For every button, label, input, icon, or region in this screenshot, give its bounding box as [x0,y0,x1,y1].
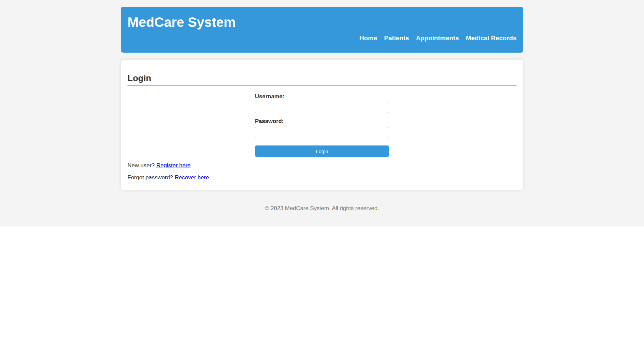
forgot-password-row: Forgot password?Recover here [127,174,517,181]
password-input[interactable] [255,127,389,138]
recover-link[interactable]: Recover here [175,174,209,181]
nav-item-appointments[interactable]: Appointments [416,35,459,42]
login-form: Username: Password: Login [255,93,389,157]
page-background: MedCare System Home Patients Appointment… [0,0,644,227]
forgot-password-prompt: Forgot password? [127,174,173,181]
register-row: New user?Register here [127,162,517,169]
nav-item-home[interactable]: Home [360,35,377,42]
nav-item-patients[interactable]: Patients [384,35,409,42]
login-heading: Login [127,73,517,86]
register-link[interactable]: Register here [156,162,191,169]
register-prompt: New user? [127,162,155,169]
page-footer: © 2023 MedCare System. All rights reserv… [121,190,523,223]
login-card: Login Username: Password: Login New user… [121,60,523,190]
nav-item-medical-records[interactable]: Medical Records [466,35,517,42]
app-header: MedCare System Home Patients Appointment… [121,7,523,53]
content-container: MedCare System Home Patients Appointment… [121,7,523,223]
copyright-text: © 2023 MedCare System. All rights reserv… [121,205,523,212]
username-label: Username: [255,93,389,100]
login-button[interactable]: Login [255,145,389,157]
username-input[interactable] [255,102,389,113]
app-title: MedCare System [127,14,517,30]
main-nav: Home Patients Appointments Medical Recor… [360,35,517,42]
password-label: Password: [255,118,389,125]
